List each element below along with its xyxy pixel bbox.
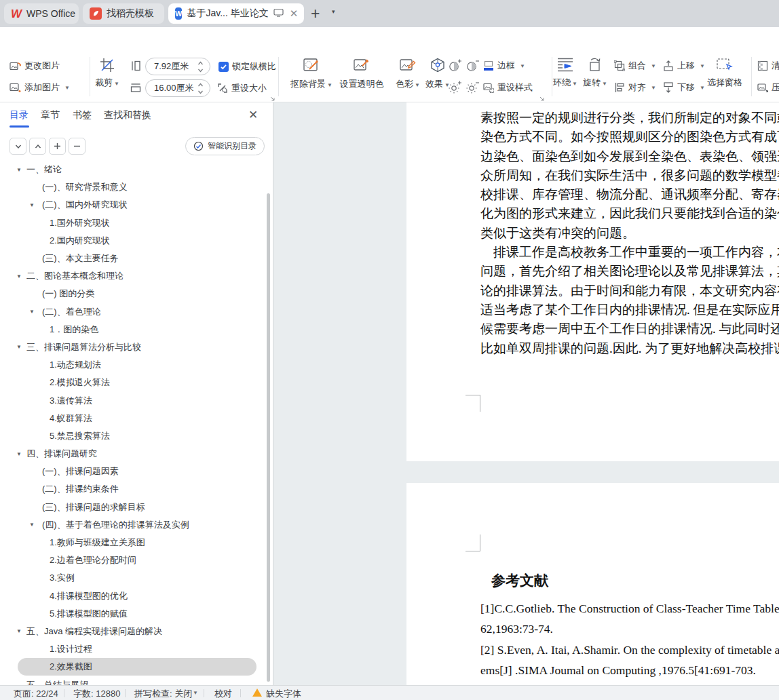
contrast-decrease-icon[interactable] xyxy=(466,59,479,75)
references-heading[interactable]: 参考文献 xyxy=(491,571,548,590)
tab-document[interactable]: W 基于Jav... 毕业论文 ✕ xyxy=(168,3,304,24)
tab-list-chevron-icon[interactable]: ▾ xyxy=(332,8,335,15)
toc-item[interactable]: 5.禁忌搜索算法 xyxy=(0,427,266,445)
document-line[interactable]: 染色方式不同。如今按照规则区分的图染色方式有成百上千种， xyxy=(480,128,779,147)
collapse-arrow-icon[interactable]: ▼ xyxy=(29,202,42,208)
spell-check-status[interactable]: 拼写检查: 关闭 xyxy=(134,688,192,700)
brightness-decrease-icon[interactable] xyxy=(466,81,479,96)
close-sidebar-icon[interactable]: ✕ xyxy=(248,108,258,122)
collapse-all-button[interactable] xyxy=(10,138,26,155)
new-tab-button[interactable]: + xyxy=(311,4,320,23)
rotate-button[interactable]: 旋转▼ xyxy=(578,57,612,89)
toc-item[interactable]: ▼一、绪论 xyxy=(0,161,266,178)
sidebar-tab-toc[interactable]: 目录 xyxy=(10,109,28,121)
selection-pane-button[interactable]: 选择窗格 xyxy=(706,57,744,89)
align-button[interactable]: 对齐 ▼ xyxy=(614,81,656,94)
close-tab-icon[interactable]: ✕ xyxy=(290,7,299,20)
height-stepper[interactable] xyxy=(197,60,204,73)
document-line[interactable]: 类似于这类有冲突的问题。 xyxy=(480,224,779,243)
toc-item[interactable]: 1.动态规划法 xyxy=(0,356,266,374)
toc-item[interactable]: (一) 图的分类 xyxy=(0,285,266,303)
toc-item[interactable]: 3.实例 xyxy=(0,569,266,587)
document-page-21[interactable]: 素按照一定的规则进行分类，我们所制定的对象不同或者规则不染色方式不同。如今按照规… xyxy=(406,102,779,461)
toc-item[interactable]: 3.遗传算法 xyxy=(0,391,266,409)
collapse-arrow-icon[interactable]: ▼ xyxy=(16,451,26,457)
reference-line[interactable]: [1]C.C.Gotlieb. The Construction of Clas… xyxy=(480,598,779,619)
sidebar-tab-find-replace[interactable]: 查找和替换 xyxy=(104,109,151,121)
reference-line[interactable]: 62,1963:73-74. xyxy=(480,619,779,639)
toc-item[interactable]: (一)、研究背景和意义 xyxy=(0,178,266,196)
toc-item[interactable]: (二)、排课约束条件 xyxy=(0,480,266,498)
toc-item[interactable]: 4.排课模型图的优化 xyxy=(0,587,266,605)
document-page-22[interactable]: 参考文献 [1]C.C.Gotlieb. The Construction of… xyxy=(406,483,779,685)
toc-item[interactable]: 1.设计过程 xyxy=(0,640,266,658)
crop-button[interactable]: 裁剪▼ xyxy=(95,57,119,89)
document-line[interactable]: 边染色、面染色到如今发展到全染色、表染色、领强边染色、 xyxy=(480,147,779,166)
collapse-arrow-icon[interactable]: ▼ xyxy=(16,344,26,350)
word-count[interactable]: 字数: 12880 xyxy=(73,688,120,700)
document-line[interactable]: 适当考虑了某个工作日内的排课情况. 但是在实际应用中. 高校 xyxy=(480,300,779,319)
toc-item[interactable]: 1.教师与班级建立关系图 xyxy=(0,534,266,551)
collapse-arrow-icon[interactable]: ▼ xyxy=(16,167,26,173)
toc-item[interactable]: ▼(二)、着色理论 xyxy=(0,303,266,321)
sidebar-scrollbar[interactable] xyxy=(267,193,270,682)
remove-background-button[interactable]: 抠除背景▼ xyxy=(285,57,338,90)
width-input[interactable]: 16.00厘米 xyxy=(145,79,210,97)
wrap-button[interactable]: 环绕▼ xyxy=(548,57,582,89)
document-line[interactable]: 排课工作是高校教务工作中重要的一项工作内容，本文应用图 xyxy=(480,243,779,262)
toc-item[interactable]: 1．图的染色 xyxy=(0,321,266,338)
document-line[interactable]: 素按照一定的规则进行分类，我们所制定的对象不同或者规则不 xyxy=(480,109,779,128)
collapse-arrow-icon[interactable]: ▼ xyxy=(29,309,42,315)
toc-item[interactable]: 2.效果截图 xyxy=(18,658,256,676)
toc-item[interactable]: 五、总结与展望 xyxy=(0,676,266,685)
toc-item[interactable]: (三)、排课问题的求解目标 xyxy=(0,499,266,516)
collapse-arrow-icon[interactable]: ▼ xyxy=(16,273,26,279)
screen-share-icon[interactable] xyxy=(273,8,284,19)
collapse-arrow-icon[interactable]: ▼ xyxy=(16,628,26,634)
sidebar-tab-chapters[interactable]: 章节 xyxy=(41,109,60,121)
toc-item[interactable]: 2.边着色理论分配时间 xyxy=(0,551,266,569)
reference-line[interactable]: ems[J] .SIMA Joumal on Computing ,1976.5… xyxy=(480,660,779,680)
width-stepper[interactable] xyxy=(197,82,204,95)
document-line[interactable]: 化为图的形式来建立，因此我们只要能找到合适的染色算法就能 xyxy=(480,204,779,223)
toc-item[interactable]: 2.国内研究现状 xyxy=(0,232,266,250)
missing-font-warning[interactable]: 缺失字体 xyxy=(266,688,301,700)
document-line[interactable]: 众所周知，在我们实际生活中，很多问题的数学模型都可以用图 xyxy=(480,166,779,185)
expand-all-button[interactable] xyxy=(29,138,46,155)
toc-item[interactable]: (三)、本文主要任务 xyxy=(0,250,266,267)
move-up-button[interactable]: 上移 ▼ xyxy=(663,60,705,72)
compress-button[interactable]: 压 xyxy=(757,81,779,94)
chevron-down-icon[interactable]: ▼ xyxy=(193,690,198,696)
sidebar-tab-bookmarks[interactable]: 书签 xyxy=(73,109,92,121)
toc-item[interactable]: 5.排课模型图的赋值 xyxy=(0,605,266,623)
toc-item[interactable]: ▼五、Java 编程实现排课问题的解决 xyxy=(0,623,266,640)
group-button[interactable]: 组合 ▼ xyxy=(614,60,656,72)
brightness-increase-icon[interactable] xyxy=(449,81,461,96)
document-line[interactable]: 问题，首先介绍了相关图论理论以及常见排课算法，其次分析排 xyxy=(480,262,779,281)
document-line[interactable]: 校排课、库存管理、物流分配、通讯频率分配、寄存器分配等等 xyxy=(480,185,779,204)
change-picture-button[interactable]: 更改图片 xyxy=(10,60,60,72)
smart-toc-button[interactable]: 智能识别目录 xyxy=(185,137,265,155)
document-line[interactable]: 论的排课算法。由于时间和能力有限，本文研究内容存在很多不 xyxy=(480,281,779,300)
reference-line[interactable]: [2] S.Even, A. Itai, A.Shamir. On the co… xyxy=(480,640,779,660)
document-line[interactable]: 比如单双周排课的问题.因此. 为了更好地解决高校排课问题. 还 xyxy=(480,339,779,358)
toc-item[interactable]: 4.蚁群算法 xyxy=(0,410,266,427)
tab-wps-office[interactable]: W WPS Office xyxy=(4,3,79,24)
lock-aspect-checkbox[interactable]: 锁定纵横比 xyxy=(218,60,276,73)
clarity-button[interactable]: 清 xyxy=(757,60,779,72)
zoom-in-level-button[interactable] xyxy=(49,138,66,155)
toc-item[interactable]: ▼四、排课问题研究 xyxy=(0,445,266,463)
reset-style-button[interactable]: 重设样式 xyxy=(483,81,533,94)
border-button[interactable]: 边框 ▼ xyxy=(483,60,525,72)
toc-item[interactable]: ▼(二)、国内外研究现状 xyxy=(0,196,266,214)
toc-item[interactable]: 2.模拟退火算法 xyxy=(0,374,266,391)
collapse-arrow-icon[interactable]: ▼ xyxy=(29,522,42,528)
document-line[interactable]: 候需要考虑一周中五个工作日的排课情况. 与此同时还需要考 xyxy=(480,319,779,338)
page-indicator[interactable]: 页面: 22/24 xyxy=(14,688,58,700)
set-transparent-button[interactable]: 设置透明色 xyxy=(334,57,390,90)
toc-item[interactable]: ▼二、图论基本概念和理论 xyxy=(0,267,266,285)
zoom-out-level-button[interactable] xyxy=(69,138,86,155)
toc-item[interactable]: 1.国外研究现状 xyxy=(0,214,266,232)
reset-size-button[interactable]: 重设大小 xyxy=(217,82,267,94)
tab-docer[interactable]: 找稻壳模板 xyxy=(83,3,164,24)
